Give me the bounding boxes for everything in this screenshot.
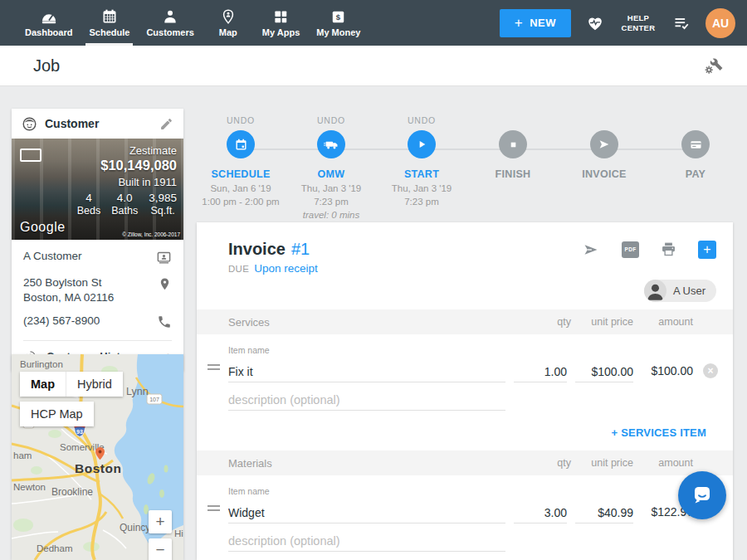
- undo-link[interactable]: UNDO: [376, 115, 467, 127]
- timeline-step-omw: UNDO OMW Thu, Jan 3 '197:23 pm travel: 0…: [286, 108, 377, 222]
- customer-card: Customer Zestimate $10,149,080 Built in …: [12, 109, 183, 371]
- new-button[interactable]: + NEW: [500, 9, 571, 37]
- nav-item-dashboard[interactable]: Dashboard: [17, 0, 81, 46]
- customer-address: 250 Boylston St Boston, MA 02116: [23, 276, 114, 304]
- start-step-button[interactable]: [408, 130, 436, 158]
- step-label: INVOICE: [559, 168, 650, 180]
- print-icon[interactable]: [660, 241, 677, 258]
- step-detail: Thu, Jan 3 '197:23 pm travel: 0 mins: [286, 182, 377, 222]
- job-tools-icon[interactable]: [704, 56, 724, 75]
- timeline-step-invoice: INVOICE: [559, 108, 650, 180]
- unit-price-column-header: unit price: [591, 316, 633, 328]
- map-zoom-in-button[interactable]: +: [149, 510, 172, 533]
- svg-text:Boston: Boston: [75, 461, 121, 475]
- send-invoice-icon[interactable]: [581, 241, 601, 258]
- photo-credit: © Zillow, Inc. 2006-2017: [122, 231, 180, 237]
- service-description-input[interactable]: [228, 389, 505, 411]
- pdf-icon[interactable]: PDF: [622, 241, 639, 258]
- add-services-item-link[interactable]: + SERVICES ITEM: [612, 426, 706, 439]
- services-section-header: Services qty unit price amount: [197, 309, 733, 334]
- step-label: PAY: [650, 168, 741, 180]
- customer-card-title: Customer: [45, 117, 152, 130]
- step-label: START: [376, 168, 467, 180]
- omw-step-button[interactable]: [317, 130, 345, 158]
- calendar-icon: [234, 138, 248, 152]
- nav-item-map[interactable]: Map: [203, 0, 254, 46]
- amount-column-header: amount: [658, 316, 693, 328]
- service-unit-price-input[interactable]: [575, 361, 633, 382]
- schedule-step-button[interactable]: [227, 130, 255, 158]
- contact-card-icon[interactable]: [156, 250, 172, 265]
- remove-item-icon[interactable]: ×: [703, 363, 718, 378]
- map-type-button-hybrid[interactable]: Hybrid: [66, 372, 123, 397]
- street-view-icon[interactable]: [20, 149, 42, 162]
- map-pin-person-icon: [221, 8, 236, 25]
- map-zoom-out-button[interactable]: −: [149, 538, 172, 560]
- step-label: FINISH: [467, 168, 559, 180]
- due-label: DUE: [228, 264, 249, 274]
- nav-item-label: My Money: [316, 27, 360, 37]
- nav-item-label: Map: [219, 27, 237, 37]
- material-unit-price-input[interactable]: [575, 502, 633, 523]
- credit-card-icon[interactable]: [681, 130, 710, 158]
- service-item-name-input[interactable]: [228, 361, 505, 382]
- material-description-input[interactable]: [228, 530, 505, 552]
- material-qty-input[interactable]: [514, 502, 567, 523]
- nav-right: + NEW HELP CENTER AU: [500, 0, 747, 46]
- map-type-button-hcp[interactable]: HCP Map: [20, 402, 94, 426]
- nav-item-customers[interactable]: Customers: [138, 0, 202, 46]
- svg-text:Quincy: Quincy: [120, 522, 150, 533]
- nav-items: Dashboard Schedule Customers Map My Apps: [0, 0, 369, 46]
- chat-bubble-button[interactable]: [678, 471, 726, 519]
- nav-item-label: My Apps: [262, 27, 300, 37]
- property-photo[interactable]: Zestimate $10,149,080 Built in 1911 4Bed…: [12, 139, 183, 240]
- material-item-name-input[interactable]: [228, 502, 505, 523]
- edit-pencil-icon[interactable]: [159, 117, 173, 131]
- stat-sqft: 3,985Sq.ft.: [149, 192, 177, 217]
- nav-item-my-apps[interactable]: My Apps: [254, 0, 308, 46]
- svg-text:ham: ham: [13, 450, 32, 460]
- page-title: Job: [33, 56, 60, 75]
- location-pin-icon[interactable]: [158, 276, 172, 292]
- due-value-link[interactable]: Upon receipt: [254, 262, 318, 275]
- undo-link[interactable]: UNDO: [195, 115, 286, 127]
- nav-item-my-money[interactable]: $ My Money: [308, 0, 369, 46]
- customer-face-icon: [22, 116, 37, 132]
- zestimate-label: Zestimate: [77, 144, 177, 157]
- invoice-number[interactable]: #1: [291, 240, 310, 259]
- assigned-user-chip[interactable]: A User: [644, 280, 716, 302]
- map-type-button-map[interactable]: Map: [20, 372, 66, 397]
- grid-icon: [273, 9, 289, 25]
- assigned-user-name: A User: [673, 285, 706, 297]
- help-center-button[interactable]: HELP CENTER: [619, 13, 657, 33]
- dollar-icon: $: [330, 9, 346, 25]
- dashboard-icon: [40, 8, 58, 25]
- timeline-step-finish: FINISH: [467, 108, 559, 180]
- avatar[interactable]: AU: [706, 8, 735, 38]
- add-invoice-item-button[interactable]: +: [698, 241, 716, 259]
- truck-icon: [324, 138, 339, 152]
- service-line-item: Item name $100.00 ×: [197, 334, 733, 411]
- service-qty-input[interactable]: [514, 361, 567, 382]
- phone-icon[interactable]: [157, 314, 172, 329]
- zestimate-value: $10,149,080: [77, 158, 177, 173]
- person-icon: [162, 8, 178, 25]
- svg-text:Dedham: Dedham: [37, 543, 72, 553]
- step-label: SCHEDULE: [195, 168, 286, 180]
- item-name-label: Item name: [228, 345, 733, 355]
- invoice-step-button[interactable]: [590, 130, 618, 158]
- list-check-icon[interactable]: [671, 15, 691, 32]
- finish-step-button[interactable]: [499, 130, 527, 158]
- page-header: Job: [0, 46, 747, 86]
- zestimate-block: Zestimate $10,149,080 Built in 1911 4Bed…: [77, 144, 177, 217]
- undo-link[interactable]: UNDO: [286, 115, 377, 127]
- chat-icon: [689, 482, 715, 509]
- heart-pulse-icon[interactable]: [585, 14, 605, 32]
- svg-text:$: $: [336, 12, 341, 22]
- customer-phone: (234) 567-8900: [23, 314, 100, 327]
- qty-column-header: qty: [557, 316, 571, 328]
- svg-text:Burlington: Burlington: [20, 359, 63, 369]
- customer-name: A Customer: [23, 250, 82, 262]
- nav-item-schedule[interactable]: Schedule: [81, 0, 138, 46]
- svg-text:Brookline: Brookline: [51, 486, 93, 498]
